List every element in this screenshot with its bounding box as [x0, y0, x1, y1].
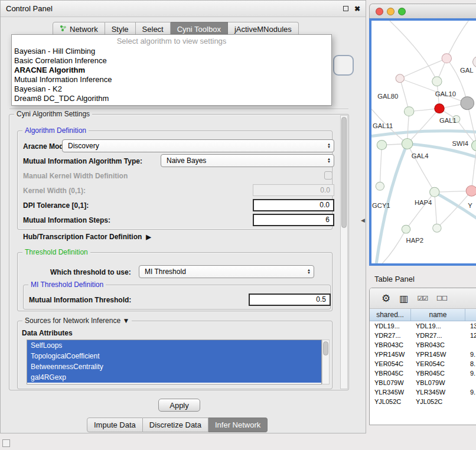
network-edge[interactable]	[371, 131, 476, 136]
column-header[interactable]	[465, 309, 476, 321]
hub-section-toggle[interactable]: Hub/Transcription Factor Definition▶	[23, 233, 151, 241]
column-header[interactable]: name	[411, 309, 465, 321]
column-layout-icon[interactable]: ▥	[399, 293, 408, 304]
network-node[interactable]	[435, 104, 444, 113]
table-row[interactable]: YBR043CYBR043C	[370, 340, 476, 350]
combo-arrows-icon: ▲▼	[304, 269, 314, 275]
mac-minimize-icon[interactable]	[387, 8, 395, 15]
network-edge[interactable]	[382, 229, 406, 263]
bottom-tab-discretize-data[interactable]: Discretize Data	[143, 418, 208, 432]
network-node[interactable]	[402, 225, 410, 233]
network-edge[interactable]	[400, 79, 409, 112]
network-node[interactable]	[471, 141, 476, 151]
network-node[interactable]	[404, 107, 413, 116]
aracne-mode-select[interactable]: Discovery ▲▼	[62, 139, 334, 152]
table-row[interactable]: YDL19...YDL19...13	[370, 321, 476, 331]
algorithm-dropdown-popup: Select algorithm to view settings Bayesi…	[11, 34, 332, 106]
table-cell: 8.	[465, 360, 476, 367]
table-cell: YDR27...	[370, 332, 411, 339]
network-node[interactable]	[442, 54, 451, 63]
table-panel-window: ⚙▥☑☑☐☐ shared...name YDL19...YDL19...13Y…	[369, 288, 476, 425]
table-cell: YDL19...	[370, 322, 411, 330]
network-view-window: GALGAL80GAL10GAL11GAL1SWI4GAL4HAP4YGCY1H…	[369, 4, 476, 266]
settings-gear-icon[interactable]: ⚙	[382, 292, 390, 305]
table-row[interactable]: YJL052CYJL052C	[370, 397, 476, 406]
table-row[interactable]: YDR27...YDR27...12	[370, 331, 476, 340]
network-canvas[interactable]: GALGAL80GAL10GAL11GAL1SWI4GAL4HAP4YGCY1H…	[369, 18, 476, 266]
table-cell: YJL052C	[411, 398, 465, 405]
table-row[interactable]: YPR145WYPR145W9.	[370, 350, 476, 359]
control-panel-title: Control Panel	[6, 4, 53, 13]
table-row[interactable]: YBR045CYBR045C9.	[370, 369, 476, 378]
node-label: GAL	[460, 67, 474, 74]
network-node[interactable]	[461, 97, 474, 110]
float-window-icon[interactable]	[343, 6, 348, 11]
algorithm-option[interactable]: ARACNE Algorithm	[12, 66, 331, 75]
sources-group-toggle[interactable]: Sources for Network Inference ▼	[22, 317, 132, 325]
settings-scrollbar-thumb[interactable]	[341, 117, 347, 228]
tab-label: jActiveMNodules	[234, 25, 292, 34]
node-label: GAL1	[439, 117, 457, 124]
which-threshold-select[interactable]: MI Threshold ▲▼	[139, 265, 314, 278]
network-node[interactable]	[466, 185, 476, 196]
network-edge[interactable]	[407, 144, 435, 192]
network-edge[interactable]	[446, 21, 468, 58]
mi-threshold-group-title: MI Threshold Definition	[28, 281, 106, 289]
dpi-tolerance-field[interactable]: 0.0	[253, 199, 334, 211]
network-node[interactable]	[402, 139, 412, 149]
network-node[interactable]	[433, 224, 441, 232]
mi-steps-label: Mutual Information Steps:	[23, 216, 110, 224]
node-label: HAP4	[415, 199, 432, 206]
network-edge[interactable]	[380, 145, 382, 186]
window-restore-icon[interactable]	[2, 439, 10, 447]
aracne-mode-value: Discovery	[68, 142, 99, 150]
kernel-width-field[interactable]: 0.0	[253, 184, 334, 196]
table-row[interactable]: YLR345WYLR345W9.	[370, 387, 476, 397]
hide-columns-icon[interactable]: ☐☐	[436, 295, 447, 302]
network-edge[interactable]	[471, 145, 476, 191]
network-node[interactable]	[432, 77, 442, 86]
table-cell: YPR145W	[370, 351, 411, 358]
mi-algorithm-type-select[interactable]: Naive Bayes ▲▼	[161, 154, 334, 167]
network-node[interactable]	[376, 182, 384, 190]
bottom-tabbar: Impute DataDiscretize DataInfer Network	[87, 418, 268, 432]
mac-close-icon[interactable]	[376, 8, 383, 15]
splitter-collapse-icon[interactable]: ◀	[361, 217, 365, 223]
close-icon[interactable]: ✖	[354, 5, 360, 12]
mi-steps-field[interactable]: 6	[253, 214, 334, 226]
table-row[interactable]: YBL079WYBL079W	[370, 378, 476, 387]
attribute-item[interactable]: SelfLoops	[27, 340, 321, 351]
apply-button[interactable]: Apply	[158, 399, 200, 412]
network-node[interactable]	[396, 74, 404, 83]
network-graph[interactable]: GALGAL80GAL10GAL11GAL1SWI4GAL4HAP4YGCY1H…	[371, 21, 476, 263]
table-cell: 13	[465, 322, 476, 330]
attributes-scrollbar-thumb[interactable]	[323, 341, 328, 356]
manual-kernel-checkbox[interactable]	[324, 171, 332, 180]
bottom-tab-impute-data[interactable]: Impute Data	[87, 418, 143, 432]
attributes-scrollbar[interactable]	[322, 340, 330, 384]
algorithm-option[interactable]: Bayesian - K2	[12, 84, 331, 94]
attribute-item[interactable]: gal4RGexp	[27, 372, 321, 383]
attribute-item[interactable]: TopologicalCoefficient	[27, 351, 321, 361]
column-header[interactable]: shared...	[370, 309, 411, 321]
network-node[interactable]	[472, 57, 476, 67]
network-node[interactable]	[377, 141, 386, 150]
settings-scrollbar[interactable]	[340, 115, 348, 389]
show-columns-icon[interactable]: ☑☑	[417, 295, 428, 302]
network-edge[interactable]	[435, 192, 437, 228]
algorithm-option[interactable]: Bayesian - Hill Climbing	[12, 47, 331, 56]
mi-threshold-label: Mutual Information Threshold:	[29, 296, 131, 304]
network-edge[interactable]	[406, 192, 435, 229]
network-node[interactable]	[430, 187, 439, 197]
table-cell: 12	[465, 332, 476, 339]
algorithm-option[interactable]: Basic Correlation Inference	[12, 56, 331, 66]
bottom-tab-infer-network[interactable]: Infer Network	[208, 418, 268, 432]
mac-zoom-icon[interactable]	[398, 8, 406, 15]
attribute-item[interactable]: BetweennessCentrality	[27, 361, 321, 372]
table-cell: 9.	[465, 370, 476, 377]
algorithm-definition-title: Algorithm Definition	[22, 126, 89, 135]
algorithm-option[interactable]: Mutual Information Inference	[12, 75, 331, 84]
table-row[interactable]: YER054CYER054C8.	[370, 359, 476, 369]
mi-threshold-field[interactable]: 0.5	[249, 294, 331, 306]
algorithm-option[interactable]: Dream8 DC_TDC Algorithm	[12, 94, 331, 103]
